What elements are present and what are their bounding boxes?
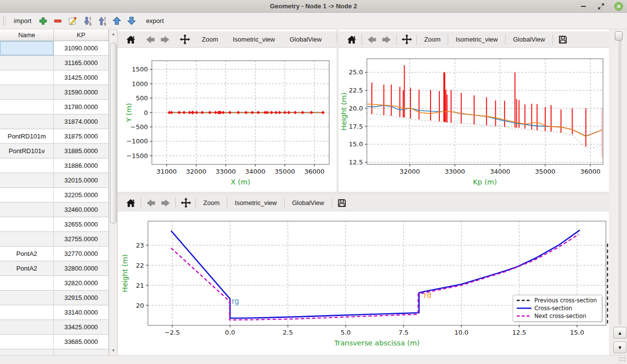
- table-row[interactable]: 32015.0000: [0, 173, 109, 188]
- cell-kp[interactable]: 31090.0000: [54, 41, 109, 55]
- column-header-name[interactable]: Name: [0, 29, 54, 41]
- table-row[interactable]: 32460.0000: [0, 203, 109, 217]
- zoom-button[interactable]: Zoom: [197, 33, 223, 46]
- table-row[interactable]: PontRD101m31875.0000: [0, 129, 109, 144]
- cell-name[interactable]: [0, 349, 54, 355]
- cell-kp[interactable]: 32770.0000: [54, 247, 109, 261]
- cell-kp[interactable]: 31885.0000: [54, 144, 109, 158]
- forward-button[interactable]: [158, 196, 173, 210]
- cell-kp[interactable]: 31165.0000: [54, 56, 109, 70]
- table-row[interactable]: PontA232770.0000: [0, 247, 109, 261]
- move-up-button[interactable]: [109, 15, 124, 27]
- save-figure-button[interactable]: [335, 196, 349, 210]
- cell-kp[interactable]: 32460.0000: [54, 203, 109, 217]
- isometric-view-button[interactable]: Isometric_view: [230, 197, 282, 209]
- table-row[interactable]: 31780.0000: [0, 100, 109, 114]
- cell-kp[interactable]: 32755.0000: [54, 232, 109, 246]
- home-button[interactable]: [123, 196, 138, 210]
- pan-button[interactable]: [178, 196, 193, 210]
- sort-descending-button[interactable]: 1 9: [80, 15, 95, 27]
- cell-name[interactable]: [0, 320, 54, 334]
- move-down-button[interactable]: [124, 15, 139, 27]
- table-row[interactable]: 32820.0000: [0, 276, 109, 291]
- pan-button[interactable]: [399, 33, 414, 46]
- table-row[interactable]: 31090.0000: [0, 41, 109, 56]
- cell-name[interactable]: [0, 291, 54, 305]
- scroll-down-icon[interactable]: ▼: [110, 346, 117, 354]
- cell-kp[interactable]: 32800.0000: [54, 261, 109, 275]
- table-row[interactable]: PontA232800.0000: [0, 261, 109, 276]
- table-row[interactable]: 32655.0000: [0, 217, 109, 232]
- cell-name[interactable]: [0, 276, 54, 290]
- table-row[interactable]: 31886.0000: [0, 159, 109, 173]
- isometric-view-button[interactable]: Isometric_view: [228, 33, 280, 46]
- table-row[interactable]: [0, 349, 109, 355]
- cell-name[interactable]: PontA2: [0, 261, 54, 275]
- cell-name[interactable]: PontRD101v: [0, 144, 54, 158]
- restore-button[interactable]: [597, 2, 605, 11]
- cell-kp[interactable]: 31874.0000: [54, 114, 109, 129]
- back-button[interactable]: [143, 33, 158, 46]
- save-figure-button[interactable]: [555, 33, 570, 46]
- cell-kp[interactable]: 31590.0000: [54, 85, 109, 99]
- add-row-button[interactable]: [36, 15, 50, 27]
- home-button[interactable]: [344, 33, 359, 46]
- forward-button[interactable]: [158, 33, 172, 46]
- cell-name[interactable]: [0, 335, 54, 349]
- globalview-button[interactable]: GlobalView: [285, 33, 327, 46]
- column-header-kp[interactable]: KP: [54, 29, 109, 41]
- cell-name[interactable]: [0, 70, 54, 85]
- table-row[interactable]: PontRD101v31885.0000: [0, 144, 109, 159]
- cell-kp[interactable]: 33425.0000: [54, 320, 109, 334]
- section-slider-track[interactable]: [619, 33, 621, 325]
- pan-button[interactable]: [177, 33, 192, 46]
- cell-name[interactable]: [0, 305, 54, 319]
- cell-name[interactable]: [0, 159, 54, 173]
- table-row[interactable]: 33140.0000: [0, 305, 109, 320]
- cell-kp[interactable]: 32915.0000: [54, 291, 109, 305]
- toolbar-drag-handle[interactable]: [2, 16, 5, 26]
- cell-name[interactable]: [0, 217, 54, 231]
- cell-name[interactable]: [0, 100, 54, 114]
- table-row[interactable]: 31874.0000: [0, 114, 109, 129]
- export-button[interactable]: export: [142, 15, 168, 27]
- isometric-view-button[interactable]: Isometric_view: [451, 33, 503, 46]
- zoom-button[interactable]: Zoom: [198, 197, 224, 209]
- profile-view-chart[interactable]: 320003300034000350003600012.515.017.520.…: [338, 48, 609, 192]
- table-row[interactable]: 31165.0000: [0, 56, 109, 70]
- section-next-button[interactable]: ▼: [613, 341, 627, 353]
- cell-name[interactable]: [0, 232, 54, 246]
- table-row[interactable]: 32205.0000: [0, 188, 109, 203]
- cell-kp[interactable]: 32655.0000: [54, 217, 109, 231]
- cell-kp[interactable]: 33140.0000: [54, 305, 109, 319]
- table-row[interactable]: 33685.0000: [0, 335, 109, 349]
- profile-view-canvas[interactable]: 320003300034000350003600012.515.017.520.…: [338, 48, 609, 194]
- cell-kp[interactable]: 32015.0000: [54, 173, 109, 187]
- back-button[interactable]: [364, 33, 379, 46]
- forward-button[interactable]: [379, 33, 394, 46]
- cell-name[interactable]: PontRD101m: [0, 129, 54, 143]
- cell-kp[interactable]: 32820.0000: [54, 276, 109, 290]
- cell-name[interactable]: [0, 41, 54, 55]
- cell-name[interactable]: [0, 188, 54, 202]
- home-button[interactable]: [123, 33, 138, 46]
- resize-grip[interactable]: [619, 357, 626, 363]
- zoom-button[interactable]: Zoom: [419, 33, 445, 46]
- cell-kp[interactable]: 33685.0000: [54, 335, 109, 349]
- cell-name[interactable]: [0, 203, 54, 217]
- table-row[interactable]: 32915.0000: [0, 291, 109, 305]
- remove-row-button[interactable]: [50, 15, 65, 27]
- table-row[interactable]: 31590.0000: [0, 85, 109, 100]
- cell-kp[interactable]: 32205.0000: [54, 188, 109, 202]
- import-button[interactable]: import: [9, 15, 36, 27]
- table-row[interactable]: 31425.0000: [0, 70, 109, 85]
- section-previous-button[interactable]: ▲: [613, 327, 627, 339]
- cell-kp[interactable]: 31425.0000: [54, 70, 109, 85]
- scroll-up-icon[interactable]: ▲: [110, 30, 117, 38]
- table-scrollbar[interactable]: ▲ ▼: [109, 29, 117, 355]
- section-slider-handle[interactable]: [615, 31, 623, 41]
- scrollbar-thumb[interactable]: [110, 43, 117, 224]
- back-button[interactable]: [144, 196, 158, 210]
- cross-section-chart[interactable]: −2.50.02.55.07.510.012.515.020212223Tran…: [118, 211, 609, 355]
- cell-name[interactable]: [0, 173, 54, 187]
